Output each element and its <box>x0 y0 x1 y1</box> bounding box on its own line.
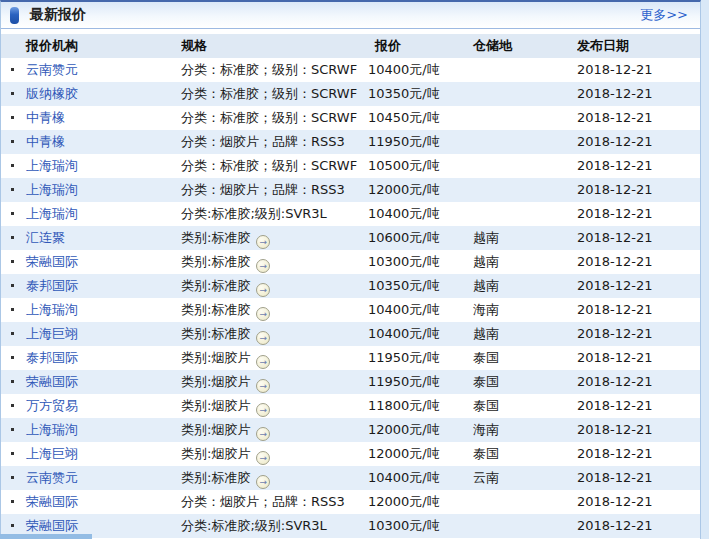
location-text <box>471 178 577 202</box>
price-text: 11950元/吨 <box>368 370 471 394</box>
org-cell: 泰邦国际 <box>1 346 181 370</box>
location-text: 越南 <box>471 250 577 274</box>
detail-arrow-icon[interactable]: → <box>256 307 270 321</box>
org-link[interactable]: 泰邦国际 <box>26 350 78 365</box>
price-text: 11800元/吨 <box>368 394 471 418</box>
price-text: 10350元/吨 <box>368 274 471 298</box>
location-text: 云南 <box>471 466 577 490</box>
panel-title-bar: 最新报价 更多>> <box>1 2 700 29</box>
spec-cell: 类别:标准胶→ <box>181 226 368 250</box>
org-link[interactable]: 云南赞元 <box>26 470 78 485</box>
bullet-icon <box>11 92 14 95</box>
table-row: 版纳橡胶 分类：标准胶；级别：SCRWF→ 10350元/吨 2018-12-2… <box>1 82 700 106</box>
detail-arrow-icon[interactable]: → <box>256 283 270 297</box>
table-row: 上海瑞洵 分类：标准胶；级别：SCRWF→ 10500元/吨 2018-12-2… <box>1 154 700 178</box>
org-link[interactable]: 荣融国际 <box>26 374 78 389</box>
table-row: 中青橡 分类：烟胶片；品牌：RSS3→ 11950元/吨 2018-12-21 <box>1 130 700 154</box>
location-text <box>471 514 577 538</box>
spec-cell: 类别:标准胶→ <box>181 466 368 490</box>
detail-arrow-icon[interactable]: → <box>256 235 270 249</box>
table-row: 万方贸易 类别:烟胶片→ 11800元/吨 泰国 2018-12-21 <box>1 394 700 418</box>
more-link[interactable]: 更多>> <box>640 6 688 24</box>
org-cell: 中青橡 <box>1 106 181 130</box>
date-text: 2018-12-21 <box>577 130 700 154</box>
org-cell: 上海瑞洵 <box>1 154 181 178</box>
org-link[interactable]: 中青橡 <box>26 110 65 125</box>
date-text: 2018-12-21 <box>577 514 700 538</box>
spec-cell: 类别:烟胶片→ <box>181 346 368 370</box>
detail-arrow-icon[interactable]: → <box>256 475 270 489</box>
next-panel-edge <box>0 534 92 539</box>
table-row: 荣融国际 类别:标准胶→ 10300元/吨 越南 2018-12-21 <box>1 250 700 274</box>
table-row: 上海瑞洵 类别:烟胶片→ 12000元/吨 海南 2018-12-21 <box>1 418 700 442</box>
spec-cell: 类别:标准胶→ <box>181 250 368 274</box>
org-cell: 万方贸易 <box>1 394 181 418</box>
spec-cell: 类别:烟胶片→ <box>181 394 368 418</box>
detail-arrow-icon[interactable]: → <box>256 259 270 273</box>
location-text: 海南 <box>471 298 577 322</box>
org-cell: 云南赞元 <box>1 466 181 490</box>
org-link[interactable]: 中青橡 <box>26 134 65 149</box>
table-row: 泰邦国际 类别:烟胶片→ 11950元/吨 泰国 2018-12-21 <box>1 346 700 370</box>
org-cell: 版纳橡胶 <box>1 82 181 106</box>
location-text: 泰国 <box>471 346 577 370</box>
org-link[interactable]: 上海巨翊 <box>26 326 78 341</box>
price-text: 10450元/吨 <box>368 106 471 130</box>
org-link[interactable]: 万方贸易 <box>26 398 78 413</box>
org-link[interactable]: 版纳橡胶 <box>26 86 78 101</box>
org-link[interactable]: 荣融国际 <box>26 518 78 533</box>
price-text: 12000元/吨 <box>368 178 471 202</box>
org-link[interactable]: 泰邦国际 <box>26 278 78 293</box>
spec-cell: 类别:烟胶片→ <box>181 418 368 442</box>
date-text: 2018-12-21 <box>577 202 700 226</box>
bullet-icon <box>11 308 14 311</box>
spec-cell: 分类:标准胶;级别:SVR3L→ <box>181 514 368 538</box>
org-link[interactable]: 汇连聚 <box>26 230 65 245</box>
price-text: 10400元/吨 <box>368 298 471 322</box>
date-text: 2018-12-21 <box>577 370 700 394</box>
org-cell: 上海瑞洵 <box>1 202 181 226</box>
panel-title: 最新报价 <box>30 6 86 24</box>
org-link[interactable]: 上海瑞洵 <box>26 302 78 317</box>
table-row: 上海瑞洵 分类:标准胶;级别:SVR3L→ 10400元/吨 2018-12-2… <box>1 202 700 226</box>
column-header-org: 报价机构 <box>1 34 181 58</box>
org-link[interactable]: 上海瑞洵 <box>26 182 78 197</box>
detail-arrow-icon[interactable]: → <box>256 403 270 417</box>
detail-arrow-icon[interactable]: → <box>256 451 270 465</box>
price-text: 10300元/吨 <box>368 514 471 538</box>
spec-text: 类别:标准胶 <box>181 278 250 293</box>
spec-cell: 类别:标准胶→ <box>181 322 368 346</box>
date-text: 2018-12-21 <box>577 58 700 82</box>
detail-arrow-icon[interactable]: → <box>256 427 270 441</box>
org-link[interactable]: 上海巨翊 <box>26 446 78 461</box>
org-link[interactable]: 云南赞元 <box>26 62 78 77</box>
bullet-icon <box>11 380 14 383</box>
spec-cell: 类别:烟胶片→ <box>181 370 368 394</box>
table-row: 荣融国际 类别:烟胶片→ 11950元/吨 泰国 2018-12-21 <box>1 370 700 394</box>
table-row: 泰邦国际 类别:标准胶→ 10350元/吨 越南 2018-12-21 <box>1 274 700 298</box>
location-text <box>471 154 577 178</box>
org-link[interactable]: 上海瑞洵 <box>26 206 78 221</box>
date-text: 2018-12-21 <box>577 154 700 178</box>
location-text <box>471 130 577 154</box>
org-link[interactable]: 上海瑞洵 <box>26 158 78 173</box>
price-text: 11950元/吨 <box>368 130 471 154</box>
spec-text: 分类：烟胶片；品牌：RSS3 <box>181 134 345 149</box>
detail-arrow-icon[interactable]: → <box>256 331 270 345</box>
org-link[interactable]: 上海瑞洵 <box>26 422 78 437</box>
org-link[interactable]: 荣融国际 <box>26 494 78 509</box>
org-link[interactable]: 荣融国际 <box>26 254 78 269</box>
detail-arrow-icon[interactable]: → <box>256 379 270 393</box>
bullet-icon <box>11 500 14 503</box>
spec-cell: 分类：标准胶；级别：SCRWF→ <box>181 106 368 130</box>
date-text: 2018-12-21 <box>577 106 700 130</box>
spec-cell: 类别:烟胶片→ <box>181 442 368 466</box>
price-text: 10400元/吨 <box>368 58 471 82</box>
detail-arrow-icon[interactable]: → <box>256 355 270 369</box>
table-row: 上海巨翊 类别:烟胶片→ 12000元/吨 泰国 2018-12-21 <box>1 442 700 466</box>
date-text: 2018-12-21 <box>577 298 700 322</box>
price-text: 10400元/吨 <box>368 202 471 226</box>
org-cell: 上海巨翊 <box>1 442 181 466</box>
column-header-location: 仓储地 <box>471 34 577 58</box>
spec-text: 分类:标准胶;级别:SVR3L <box>181 518 327 533</box>
